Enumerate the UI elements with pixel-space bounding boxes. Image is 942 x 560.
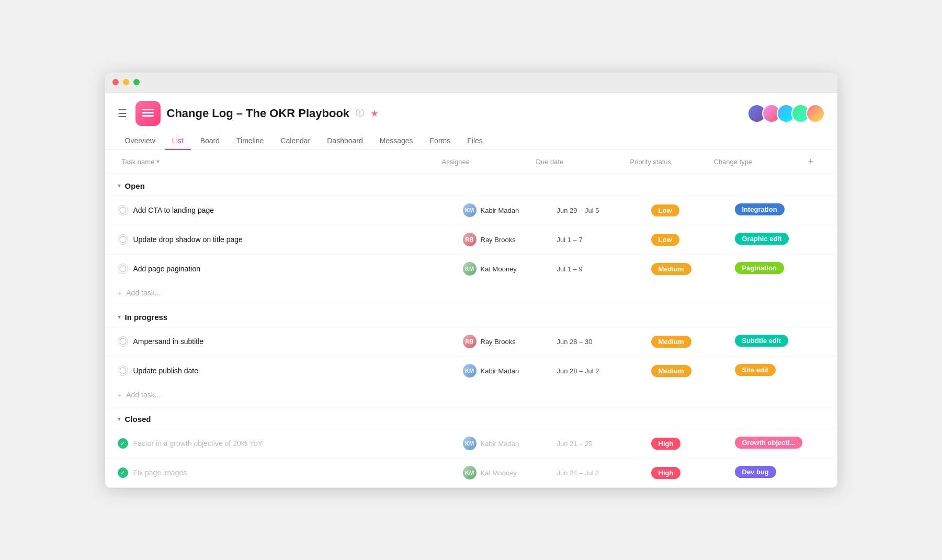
changetype-badge[interactable]: Integration <box>735 203 785 215</box>
task-status-icon[interactable] <box>118 336 128 347</box>
svg-point-4 <box>120 236 126 243</box>
changetype-badge[interactable]: Subtitle edit <box>735 335 788 347</box>
changetype-badge[interactable]: Growth objecti... <box>735 437 803 449</box>
assignee-cell: RB Ray Brooks <box>459 225 553 254</box>
col-header-changetype: Change type <box>710 152 804 172</box>
section-inprogress-header[interactable]: ▾ In progress <box>105 305 837 327</box>
tab-messages[interactable]: Messages <box>372 132 421 150</box>
tab-board[interactable]: Board <box>193 132 227 150</box>
duedate-cell: Jun 21 – 25 <box>553 432 647 455</box>
minimize-button[interactable] <box>123 79 129 85</box>
changetype-badge[interactable]: Site edit <box>735 364 776 376</box>
close-button[interactable] <box>112 79 119 85</box>
changetype-cell: Graphic edit <box>731 225 825 254</box>
svg-point-3 <box>120 207 126 213</box>
duedate-value: Jun 28 – 30 <box>557 338 593 346</box>
priority-badge[interactable]: Medium <box>651 365 691 377</box>
section-open-title: Open <box>125 181 145 190</box>
main-window: ☰ Change Log – The OKR Playbook ⓘ ★ <box>105 73 837 488</box>
task-name[interactable]: Ampersand in subtitle <box>133 330 204 353</box>
task-name[interactable]: Update publish date <box>133 359 199 382</box>
app-icon <box>135 101 161 126</box>
assignee-name: Kat Mooney <box>481 469 517 477</box>
priority-cell: High <box>647 460 731 486</box>
tab-list[interactable]: List <box>165 132 191 150</box>
task-name[interactable]: Add page pagination <box>133 257 200 280</box>
avatar-5[interactable] <box>806 104 825 123</box>
priority-cell: Medium <box>647 328 731 355</box>
maximize-button[interactable] <box>133 79 140 85</box>
priority-badge[interactable]: High <box>651 467 681 479</box>
changetype-badge[interactable]: Pagination <box>735 262 784 274</box>
info-icon[interactable]: ⓘ <box>356 108 364 119</box>
changetype-cell: Dev bug <box>731 459 825 487</box>
table-row: ✓ Fix page images KM Kat Mooney Jun 24 –… <box>105 458 837 487</box>
col-add-header: + <box>804 150 825 174</box>
tab-dashboard[interactable]: Dashboard <box>320 132 370 150</box>
task-name[interactable]: Fix page images <box>133 461 187 484</box>
header: ☰ Change Log – The OKR Playbook ⓘ ★ <box>105 93 837 126</box>
priority-badge[interactable]: High <box>651 438 681 450</box>
task-status-icon[interactable]: ✓ <box>118 438 128 449</box>
duedate-value: Jun 28 – Jul 2 <box>557 367 599 375</box>
priority-cell: Low <box>647 197 731 224</box>
priority-badge[interactable]: Medium <box>651 263 691 275</box>
task-name[interactable]: Update drop shadow on title page <box>133 228 243 251</box>
duedate-cell: Jul 1 – 7 <box>553 228 647 251</box>
add-task-icon: + <box>118 289 122 298</box>
section-open-header[interactable]: ▾ Open <box>105 174 837 196</box>
col-header-task: Task name ▾ <box>118 152 438 172</box>
assignee-avatar: RB <box>463 233 476 246</box>
priority-badge[interactable]: Low <box>651 204 679 216</box>
col-task-label: Task name <box>122 158 155 166</box>
task-status-icon[interactable] <box>118 264 128 274</box>
duedate-value: Jul 1 – 9 <box>557 265 583 273</box>
section-inprogress-chevron: ▾ <box>118 313 121 321</box>
tab-forms[interactable]: Forms <box>423 132 458 150</box>
star-icon[interactable]: ★ <box>370 108 379 119</box>
task-status-icon[interactable]: ✓ <box>118 467 128 478</box>
section-inprogress-title: In progress <box>125 313 168 322</box>
priority-badge[interactable]: Medium <box>651 336 691 348</box>
section-inprogress: ▾ In progress Ampersand in subtitle RB R… <box>105 305 837 407</box>
task-name[interactable]: Factor in a growth objective of 20% YoY <box>133 432 263 455</box>
duedate-value: Jul 1 – 7 <box>557 236 583 244</box>
collaborators-avatars <box>747 104 825 123</box>
page-title: Change Log – The OKR Playbook <box>167 107 350 120</box>
assignee-avatar: KM <box>463 466 476 479</box>
changetype-cell: Site edit <box>731 357 825 385</box>
assignee-name: Ray Brooks <box>481 338 516 346</box>
tab-calendar[interactable]: Calendar <box>273 132 317 150</box>
task-status-icon[interactable] <box>118 365 128 376</box>
task-name-cell: Ampersand in subtitle <box>118 330 459 353</box>
task-name-cell: Update publish date <box>118 359 459 382</box>
task-status-icon[interactable] <box>118 234 128 245</box>
duedate-cell: Jun 28 – 30 <box>553 330 647 353</box>
duedate-cell: Jun 29 – Jul 5 <box>553 199 647 222</box>
priority-cell: High <box>647 430 731 457</box>
assignee-cell: KM Kat Mooney <box>459 459 553 487</box>
add-task-inprogress[interactable]: + Add task... <box>105 385 837 407</box>
duedate-value: Jun 21 – 25 <box>557 440 593 448</box>
task-name[interactable]: Add CTA to landing page <box>133 199 214 222</box>
priority-cell: Medium <box>647 256 731 282</box>
section-closed-header[interactable]: ▾ Closed <box>105 407 837 429</box>
assignee-name: Kabir Madan <box>481 367 519 375</box>
menu-icon[interactable]: ☰ <box>118 107 127 120</box>
tab-timeline[interactable]: Timeline <box>229 132 271 150</box>
changetype-badge[interactable]: Graphic edit <box>735 233 789 245</box>
assignee-name: Kabir Madan <box>481 207 519 214</box>
tab-overview[interactable]: Overview <box>118 132 163 150</box>
add-task-open[interactable]: + Add task... <box>105 283 837 305</box>
priority-badge[interactable]: Low <box>651 234 679 246</box>
task-sort-icon[interactable]: ▾ <box>156 158 160 165</box>
changetype-badge[interactable]: Dev bug <box>735 466 776 478</box>
tab-files[interactable]: Files <box>460 132 490 150</box>
column-headers: Task name ▾ Assignee Due date Priority s… <box>105 150 837 174</box>
changetype-cell: Subtitle edit <box>731 327 825 356</box>
svg-point-7 <box>120 368 126 374</box>
section-open-chevron: ▾ <box>118 182 121 189</box>
task-status-icon[interactable] <box>118 205 128 215</box>
add-column-icon[interactable]: + <box>808 156 814 167</box>
svg-rect-1 <box>142 112 154 113</box>
